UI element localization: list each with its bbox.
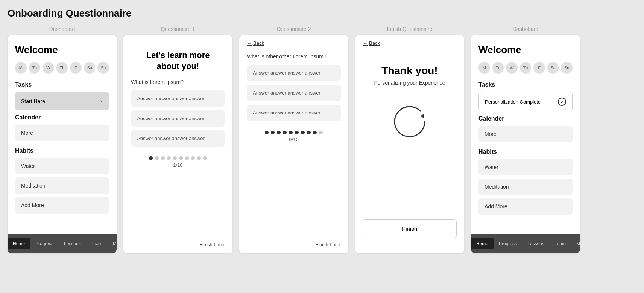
habit-add-more-1[interactable]: Add More xyxy=(15,197,109,214)
day-Tu-1: Tu xyxy=(29,62,41,74)
q2-back-link[interactable]: ← Back xyxy=(239,35,348,46)
task-item-1[interactable]: Start Here → xyxy=(15,92,109,110)
check-icon: ✓ xyxy=(558,98,566,106)
dot-2-8 xyxy=(307,131,311,134)
q2-answer-3[interactable]: Answer answer answer answer xyxy=(247,105,341,121)
days-row-2: M Tu W Th F Sa Su xyxy=(478,62,573,74)
screens-container: Dashobard Welcome M Tu W Th F Sa Su Task… xyxy=(8,26,636,253)
finish-button[interactable]: Finish xyxy=(363,219,457,238)
q1-progress: 1/10 xyxy=(131,162,225,168)
dot-2-4 xyxy=(283,131,287,134)
habits-section-2: Habits Water Meditation Add More xyxy=(478,148,573,215)
calendar-title-2: Calender xyxy=(478,115,573,122)
screen-label-q1: Questionaire 1 xyxy=(161,26,195,32)
dot-2-10 xyxy=(319,131,323,134)
nav-more-1[interactable]: More xyxy=(108,238,117,249)
day-Su-2: Su xyxy=(561,62,573,74)
calendar-item-1[interactable]: More xyxy=(15,125,109,141)
dot-2-5 xyxy=(289,131,293,134)
q2-question: What is other other Lorem Ipsum? xyxy=(247,53,341,60)
calendar-item-2[interactable]: More xyxy=(478,126,573,142)
habit-add-more-2[interactable]: Add More xyxy=(478,198,573,215)
habit-meditation-2[interactable]: Meditation xyxy=(478,179,573,195)
dot-1-6 xyxy=(179,156,183,160)
day-Su-1: Su xyxy=(97,62,109,74)
dashboard-1-body: Welcome M Tu W Th F Sa Su Tasks Start He… xyxy=(8,35,117,234)
q1-dots xyxy=(131,156,225,160)
dashboard-2-body: Welcome M Tu W Th F Sa Su Tasks Personal… xyxy=(471,35,580,234)
q2-back-label: Back xyxy=(253,40,264,46)
finish-body: Thank you! Personalizing your Experience… xyxy=(355,46,464,253)
calendar-section-1: Calender More xyxy=(15,114,109,141)
dot-2-6 xyxy=(295,131,299,134)
q2-dots xyxy=(247,131,341,134)
screen-col-q1: Questionaire 1 Let's learn more about yo… xyxy=(123,26,232,253)
dot-2-7 xyxy=(301,131,305,134)
dot-1-10 xyxy=(203,156,207,160)
nav-team-1[interactable]: Team xyxy=(86,238,108,249)
day-Th-2: Th xyxy=(520,62,532,74)
nav-team-2[interactable]: Team xyxy=(550,238,571,249)
finish-back-label: Back xyxy=(369,40,380,46)
phone-frame-finish: ← Back Thank you! Personalizing your Exp… xyxy=(355,35,464,253)
q2-back-arrow: ← xyxy=(247,40,252,46)
q2-body: What is other other Lorem Ipsum? Answer … xyxy=(239,46,348,253)
finish-back-link[interactable]: ← Back xyxy=(355,35,464,46)
task-complete-item[interactable]: Personalization Complete ✓ xyxy=(478,92,573,111)
habit-meditation-1[interactable]: Meditation xyxy=(15,177,109,194)
q2-answer-2[interactable]: Answer answer answer answer xyxy=(247,85,341,101)
day-W-2: W xyxy=(506,62,518,74)
q1-question: What is Lorem Ipsum? xyxy=(131,79,225,85)
q1-answer-3[interactable]: Answer answer answer answer xyxy=(131,130,225,146)
screen-label-q2: Questionaire 2 xyxy=(276,26,311,32)
dot-1-5 xyxy=(173,156,177,160)
screen-col-dashboard-1: Dashobard Welcome M Tu W Th F Sa Su Task… xyxy=(8,26,117,253)
q1-answer-2[interactable]: Answer answer answer answer xyxy=(131,110,225,127)
dot-1-9 xyxy=(197,156,201,160)
personalizing-text: Personalizing your Experience xyxy=(374,80,445,86)
tasks-title-1: Tasks xyxy=(15,81,109,88)
habits-title-1: Habits xyxy=(15,147,109,154)
day-Sa-1: Sa xyxy=(84,62,96,74)
dot-2-2 xyxy=(271,131,275,134)
nav-progress-2[interactable]: Progress xyxy=(494,238,522,249)
dashboard-2-welcome: Welcome xyxy=(478,44,573,56)
q2-finish-later[interactable]: Finish Later xyxy=(247,238,341,253)
nav-lessons-1[interactable]: Lessons xyxy=(59,238,86,249)
q1-body: Let's learn more about you! What is Lore… xyxy=(123,35,232,253)
bottom-nav-1: Home Progress Lessons Team More xyxy=(8,234,117,253)
nav-lessons-2[interactable]: Lessons xyxy=(522,238,550,249)
day-W-1: W xyxy=(43,62,54,74)
q1-answer-1[interactable]: Answer answer answer answer xyxy=(131,90,225,107)
dot-2-3 xyxy=(277,131,281,134)
task-label-1: Start Here xyxy=(21,98,45,104)
finish-back-arrow: ← xyxy=(363,40,368,46)
day-F-1: F xyxy=(70,62,82,74)
nav-more-2[interactable]: More xyxy=(571,238,580,249)
screen-col-finish: Finish Questionaire ← Back Thank you! Pe… xyxy=(355,26,464,253)
dot-1-4 xyxy=(167,156,171,160)
page-title: Onboarding Questionnaire xyxy=(8,8,636,19)
q2-progress: 9/10 xyxy=(247,137,341,142)
dot-1-8 xyxy=(191,156,195,160)
phone-frame-q2: ← Back What is other other Lorem Ipsum? … xyxy=(239,35,348,253)
dot-2-9 xyxy=(313,131,317,134)
day-Tu-2: Tu xyxy=(492,62,504,74)
day-M-2: M xyxy=(478,62,490,74)
nav-home-1[interactable]: Home xyxy=(8,238,30,249)
day-Sa-2: Sa xyxy=(547,62,559,74)
habit-water-2[interactable]: Water xyxy=(478,159,573,175)
dot-2-1 xyxy=(265,131,269,134)
q1-hero: Let's learn more about you! xyxy=(131,35,225,79)
nav-home-2[interactable]: Home xyxy=(471,238,494,249)
dot-1-active xyxy=(149,156,153,160)
bottom-nav-2: Home Progress Lessons Team More xyxy=(471,234,580,253)
dot-1-7 xyxy=(185,156,189,160)
q2-answer-1[interactable]: Answer answer answer answer xyxy=(247,65,341,81)
habits-title-2: Habits xyxy=(478,148,573,155)
habit-water-1[interactable]: Water xyxy=(15,158,109,174)
day-Th-1: Th xyxy=(56,62,68,74)
nav-progress-1[interactable]: Progress xyxy=(30,238,59,249)
q1-finish-later[interactable]: Finish Later xyxy=(131,238,225,253)
task-arrow-1: → xyxy=(96,97,103,105)
